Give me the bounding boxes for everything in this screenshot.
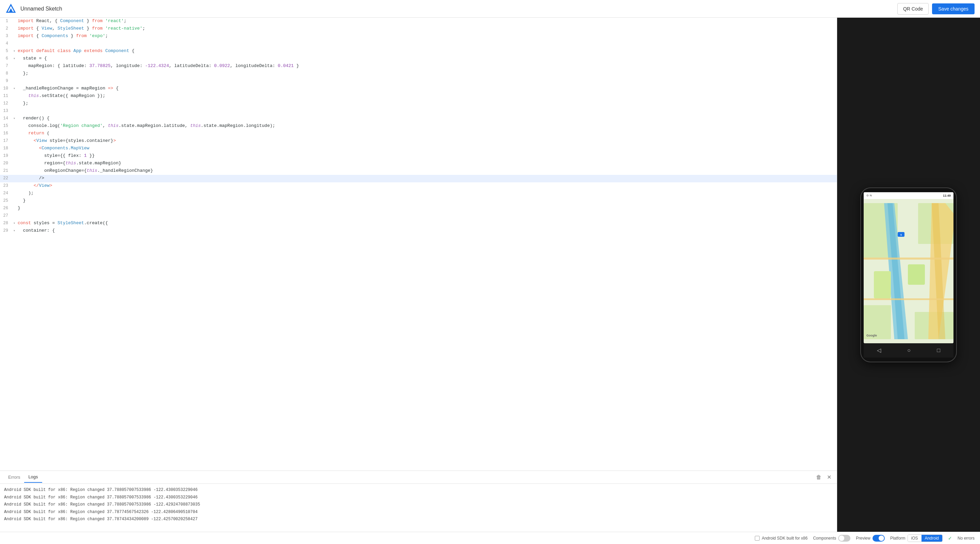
line-content-15: console.log('Region changed', this.state… [16, 122, 837, 130]
line-gutter-29[interactable]: ▾ [12, 227, 16, 235]
log-entry: Android SDK built for x86: Region change… [4, 501, 833, 509]
android-platform-button[interactable]: Android [921, 535, 942, 542]
svg-rect-5 [908, 264, 925, 285]
line-gutter-21 [12, 167, 16, 175]
line-content-25: } [16, 197, 837, 205]
line-content-27 [16, 212, 837, 220]
log-entry: Android SDK built for x86: Region change… [4, 516, 833, 523]
line-gutter-14[interactable]: ▾ [12, 115, 16, 122]
line-number-20: 20 [0, 160, 12, 167]
code-line-4: 4 [0, 40, 837, 48]
preview-toggle: Preview [856, 535, 885, 542]
tab-logs[interactable]: Logs [24, 472, 42, 483]
ios-platform-button[interactable]: iOS [908, 535, 921, 542]
line-content-5: export default class App extends Compone… [16, 48, 837, 55]
code-line-20: 20 region={this.state.mapRegion} [0, 160, 837, 167]
app-title: Unnamed Sketch [21, 6, 62, 12]
code-line-18: 18 <Components.MapView [0, 145, 837, 153]
line-content-14: render() { [16, 115, 837, 122]
close-logs-button[interactable]: ✕ [826, 472, 833, 482]
no-errors-check: ✓ [948, 536, 952, 541]
map-area: 5 Google [864, 199, 953, 343]
line-content-6: state = { [16, 55, 837, 63]
code-editor[interactable]: 1import React, { Component } from 'react… [0, 18, 837, 471]
tab-errors[interactable]: Errors [4, 472, 24, 482]
line-number-12: 12 [0, 100, 12, 108]
code-line-25: 25 } [0, 197, 837, 205]
line-gutter-18 [12, 145, 16, 153]
back-nav-button[interactable]: ◁ [877, 347, 881, 353]
line-number-11: 11 [0, 92, 12, 100]
phone-time: 11:49 [943, 194, 951, 197]
line-gutter-28[interactable]: ▾ [12, 220, 16, 227]
line-gutter-5[interactable]: ▾ [12, 48, 16, 55]
preview-switch[interactable] [872, 535, 885, 542]
code-line-17: 17 <View style={styles.container}> [0, 137, 837, 145]
header-left: Unnamed Sketch [5, 3, 62, 14]
phone-frame: ⊙ N 11:49 [861, 188, 956, 362]
home-nav-button[interactable]: ○ [907, 347, 911, 353]
line-number-23: 23 [0, 182, 12, 190]
sdk-checkbox[interactable] [755, 536, 760, 541]
map-svg: 5 Google [864, 199, 953, 343]
line-content-7: mapRegion: { latitude: 37.78825, longitu… [16, 63, 837, 70]
editor-panel: 1import React, { Component } from 'react… [0, 18, 837, 532]
recents-nav-button[interactable]: □ [937, 347, 940, 353]
code-line-11: 11 this.setState({ mapRegion }); [0, 92, 837, 100]
code-line-27: 27 [0, 212, 837, 220]
code-line-22: 22 /> [0, 175, 837, 182]
save-changes-button[interactable]: Save changes [932, 3, 975, 14]
code-line-21: 21 onRegionChange={this._handleRegionCha… [0, 167, 837, 175]
line-number-19: 19 [0, 153, 12, 160]
sdk-label: Android SDK built for x86 [762, 536, 808, 541]
line-number-16: 16 [0, 130, 12, 137]
line-gutter-4 [12, 40, 16, 48]
line-gutter-16 [12, 130, 16, 137]
qr-code-button[interactable]: QR Code [897, 3, 929, 14]
delete-logs-button[interactable]: 🗑 [815, 472, 823, 482]
line-gutter-22 [12, 175, 16, 182]
code-line-8: 8 }; [0, 70, 837, 78]
line-number-18: 18 [0, 145, 12, 153]
line-content-21: onRegionChange={this._handleRegionChange… [16, 167, 837, 175]
sdk-info: Android SDK built for x86 [755, 536, 808, 541]
svg-rect-7 [864, 258, 953, 259]
line-gutter-26 [12, 205, 16, 212]
line-number-28: 28 [0, 220, 12, 227]
code-line-5: 5▾export default class App extends Compo… [0, 48, 837, 55]
line-content-26: } [16, 205, 837, 212]
line-number-2: 2 [0, 25, 12, 33]
logs-content: Android SDK built for x86: Region change… [0, 484, 837, 532]
code-line-13: 13 [0, 108, 837, 115]
line-number-21: 21 [0, 167, 12, 175]
line-number-7: 7 [0, 63, 12, 70]
line-content-9 [16, 78, 837, 85]
line-content-29: container: { [16, 227, 837, 235]
line-content-11: this.setState({ mapRegion }); [16, 92, 837, 100]
header: Unnamed Sketch QR Code Save changes [0, 0, 980, 18]
phone-status-bar: ⊙ N 11:49 [864, 192, 953, 199]
code-line-3: 3import { Components } from 'expo'; [0, 33, 837, 40]
line-gutter-10[interactable]: ▾ [12, 85, 16, 92]
components-switch[interactable] [838, 535, 850, 542]
code-line-10: 10▾ _handleRegionChange = mapRegion => { [0, 85, 837, 92]
line-content-18: <Components.MapView [16, 145, 837, 153]
platform-label: Platform [890, 536, 905, 541]
code-line-9: 9 [0, 78, 837, 85]
line-gutter-24 [12, 190, 16, 197]
line-number-29: 29 [0, 227, 12, 235]
line-gutter-6[interactable]: ▾ [12, 55, 16, 63]
line-number-14: 14 [0, 115, 12, 122]
line-number-3: 3 [0, 33, 12, 40]
line-gutter-1 [12, 18, 16, 25]
preview-label: Preview [856, 536, 870, 541]
components-label: Components [813, 536, 836, 541]
line-gutter-23 [12, 182, 16, 190]
code-line-12: 12 }; [0, 100, 837, 108]
line-number-9: 9 [0, 78, 12, 85]
code-line-24: 24 ); [0, 190, 837, 197]
code-line-26: 26} [0, 205, 837, 212]
code-line-2: 2import { View, StyleSheet } from 'react… [0, 25, 837, 33]
line-content-2: import { View, StyleSheet } from 'react-… [16, 25, 837, 33]
line-content-22: /> [16, 175, 837, 182]
